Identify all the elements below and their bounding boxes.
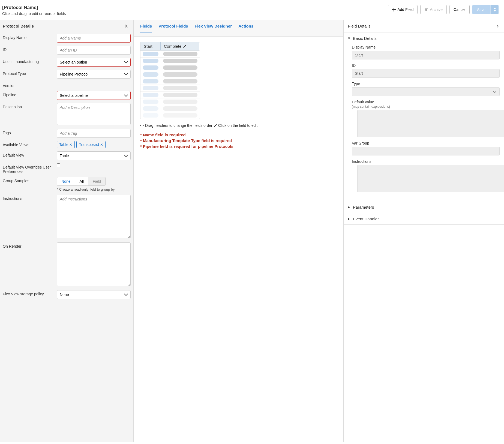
chip-transposed-label: Transposed [79,142,99,147]
available-views-label: Available Views [3,141,54,148]
grid-row[interactable] [140,64,200,71]
fd-display-name-input[interactable]: Start [352,51,500,59]
override-checkbox[interactable] [57,163,60,167]
fd-instructions-textarea[interactable] [357,165,504,192]
tab-actions[interactable]: Actions [238,24,253,32]
fields-panel: Fields Protocol Fields Flex View Designe… [134,20,344,442]
event-handler-label: Event Handler [353,217,379,221]
fd-default-label: Default value [352,100,500,104]
grid-row[interactable] [140,50,200,57]
save-button[interactable]: Save [472,5,490,14]
basic-details-header[interactable]: Basic Details [344,32,504,44]
fd-default-textarea[interactable] [357,110,504,137]
grid-row[interactable] [140,112,200,119]
seg-all-button[interactable]: All [75,177,88,186]
fd-vargroup-label: Var Group [352,141,500,145]
default-view-select[interactable]: Table [57,151,131,160]
flexview-policy-select[interactable]: None [57,290,131,299]
tab-flex-view-designer[interactable]: Flex View Designer [195,24,232,32]
col-header-start[interactable]: Start [140,42,161,50]
onrender-textarea[interactable] [57,242,131,286]
archive-button[interactable]: Archive [420,5,447,14]
parameters-section: Parameters [344,201,504,213]
cancel-button[interactable]: Cancel [449,5,470,14]
display-name-input[interactable] [57,34,131,43]
description-textarea[interactable] [57,103,131,125]
protocol-details-heading-row: Protocol Details [0,20,133,32]
fd-display-name-label: Display Name [352,45,500,49]
basic-details-section: Basic Details Display Name Start ID Star… [344,32,504,201]
use-manufacturing-label: Use in manufacturing [3,58,54,67]
fd-instructions-label: Instructions [352,159,500,164]
flexview-policy-label: Flex View storage policy [3,290,54,299]
version-label: Version [3,82,54,88]
grid-row[interactable] [140,78,200,85]
field-details-heading-row: Field Details [344,20,504,32]
updown-icon [493,8,496,11]
caret-down-icon [348,36,351,41]
grid-row[interactable] [140,105,200,112]
grid-row[interactable] [140,91,200,98]
tab-fields[interactable]: Fields [140,24,152,32]
save-dropdown-button[interactable] [490,5,499,14]
fd-id-input[interactable]: Start [352,69,500,78]
display-name-label: Display Name [3,34,54,43]
protocol-type-select[interactable]: Pipeline Protocol [57,70,131,79]
header-title-block: [Protocol Name] Click and drag to edit o… [2,5,66,16]
caret-right-icon [348,216,351,221]
save-button-group: Save [472,5,499,14]
event-handler-header[interactable]: Event Handler [344,213,504,224]
pipeline-select[interactable]: Select a pipeline [57,91,131,100]
seg-field-button[interactable]: Field [88,177,106,186]
tip-drag-text: Drag headers to change the fields order [145,123,212,128]
chip-table[interactable]: Table✕ [57,141,75,148]
seg-none-button[interactable]: None [57,177,75,186]
fd-vargroup-input[interactable] [352,147,500,155]
protocol-details-panel: Protocol Details Display Name ID Use in … [0,20,134,442]
grid-row[interactable] [140,85,200,91]
group-samples-label: Group Samples [3,177,54,191]
caret-right-icon [348,205,351,209]
tags-input[interactable] [57,129,131,138]
fd-type-label: Type [352,82,500,86]
header-actions: Add Field Archive Cancel Save [388,5,499,14]
pipeline-label: Pipeline [3,91,54,100]
grid-tips: Drag headers to change the fields order … [140,123,337,128]
fd-type-select[interactable] [352,87,500,96]
grid-header-row: Start Complete [140,42,200,50]
collapse-left-icon[interactable] [125,24,129,28]
use-manufacturing-select[interactable]: Select an option [57,58,131,67]
grid-row[interactable] [140,98,200,105]
tab-protocol-fields[interactable]: Protocol Fields [158,24,188,32]
remove-icon[interactable]: ✕ [100,143,103,147]
chip-table-label: Table [59,142,68,147]
parameters-header[interactable]: Parameters [344,201,504,213]
chip-transposed[interactable]: Transposed✕ [76,141,105,148]
id-input[interactable] [57,46,131,55]
add-field-button[interactable]: Add Field [388,5,418,14]
tip-click-text: Click on the field to edit [218,123,258,128]
description-label: Description [3,103,54,126]
header-subtitle: Click and drag to edit or reorder fields [2,11,66,16]
error-name-required: * Name field is required [140,133,337,137]
group-samples-segment: None All Field [57,177,131,186]
override-label: Default View Overrides User Preferences [3,163,54,174]
col-header-complete[interactable]: Complete [161,42,199,50]
remove-icon[interactable]: ✕ [69,143,72,147]
fields-grid: Start Complete [140,42,200,119]
onrender-label: On Render [3,242,54,287]
error-pipeline-required: * Pipeline field is required for pipelin… [140,144,337,149]
protocol-details-heading: Protocol Details [3,24,34,28]
plus-icon [392,8,396,11]
event-handler-section: Event Handler [344,213,504,225]
id-label: ID [3,46,54,55]
instructions-textarea[interactable] [57,195,131,238]
basic-details-label: Basic Details [353,36,377,41]
grid-row[interactable] [140,57,200,64]
save-label: Save [477,8,485,12]
grid-row[interactable] [140,71,200,78]
collapse-right-icon[interactable] [495,24,500,28]
group-hint: * Create a read-only field to group by [57,187,131,191]
fd-default-sublabel: (may contain expressions) [352,105,500,109]
parameters-label: Parameters [353,205,374,209]
